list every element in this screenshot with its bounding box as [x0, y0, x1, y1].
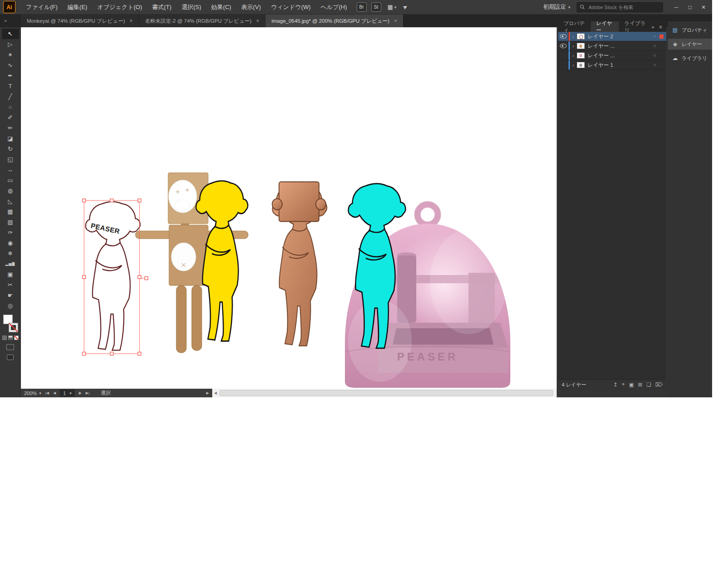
paintbrush-tool[interactable]: ✐: [2, 112, 19, 123]
magic-wand-tool[interactable]: ✶: [2, 50, 19, 60]
artboard-tool[interactable]: ▣: [2, 269, 19, 280]
collect-for-export-icon[interactable]: ↥: [613, 381, 618, 388]
slice-tool[interactable]: ✂: [2, 280, 19, 290]
layer-name[interactable]: レイヤー ...: [588, 52, 650, 59]
target-circle-icon[interactable]: ○: [650, 34, 659, 39]
symbol-sprayer-tool[interactable]: ✵: [2, 248, 19, 259]
type-tool[interactable]: T: [2, 81, 19, 91]
menu-window[interactable]: ウィンドウ(W): [266, 0, 315, 15]
copper-figure[interactable]: [272, 182, 327, 346]
layer-row-4[interactable]: › レイヤー 1 ○: [558, 60, 666, 70]
menu-edit[interactable]: 編集(E): [63, 0, 92, 15]
menu-select[interactable]: 選択(S): [176, 0, 206, 15]
color-button[interactable]: [2, 336, 7, 340]
first-artboard-button[interactable]: |◀: [45, 391, 49, 395]
artboard-canvas[interactable]: PEASER PEASER: [21, 27, 557, 389]
delete-layer-icon[interactable]: ⌦: [655, 381, 663, 388]
menu-help[interactable]: ヘルプ(H): [316, 0, 352, 15]
menu-file[interactable]: ファイル(F): [21, 0, 63, 15]
visibility-toggle[interactable]: [558, 41, 568, 50]
free-transform-tool[interactable]: ▭: [2, 175, 19, 185]
dock-item-libraries[interactable]: ☁ ライブラリ: [668, 53, 712, 64]
new-layer-icon[interactable]: ❏: [646, 381, 651, 388]
zoom-level-select[interactable]: 200% ▾: [24, 391, 41, 396]
menu-view[interactable]: 表示(V): [236, 0, 266, 15]
layer-name[interactable]: レイヤー ...: [588, 43, 650, 50]
column-graph-tool[interactable]: ▂▅▇: [2, 259, 19, 269]
width-tool[interactable]: ↔: [2, 165, 19, 175]
stroke-swatch[interactable]: [9, 323, 18, 332]
artboard-navigation-input[interactable]: 1 ▾: [60, 390, 75, 396]
tab-libraries[interactable]: ライブラリ: [619, 21, 652, 32]
layer-row-1[interactable]: › レイヤー 2 ○: [558, 32, 666, 41]
stock-button[interactable]: St: [371, 2, 381, 12]
document-tab-3-active[interactable]: image_0545.jpg* @ 200% (RGB/GPU プレビュー) ×: [265, 15, 403, 27]
selection-tool[interactable]: ↖: [2, 29, 19, 39]
draw-mode-button[interactable]: [6, 344, 14, 350]
dock-item-properties[interactable]: ▤ プロパティ: [668, 25, 712, 35]
close-icon[interactable]: ×: [130, 18, 133, 24]
pen-tool[interactable]: ✒: [2, 70, 19, 81]
tab-layers[interactable]: レイヤー: [591, 21, 619, 32]
scroll-left-icon[interactable]: ◀: [212, 391, 219, 395]
rotate-tool[interactable]: ↻: [2, 144, 19, 154]
yellow-figure[interactable]: [196, 181, 248, 341]
target-circle-icon[interactable]: ○: [650, 63, 659, 67]
pencil-tool[interactable]: ✏: [2, 123, 19, 133]
clipping-mask-icon[interactable]: ▣: [629, 381, 634, 388]
fill-swatch[interactable]: [3, 315, 13, 324]
minimize-button[interactable]: ─: [669, 0, 683, 15]
canvas-svg[interactable]: PEASER PEASER: [21, 27, 557, 389]
chevron-right-icon[interactable]: ›: [570, 34, 577, 39]
none-button[interactable]: [14, 336, 19, 340]
locate-object-icon[interactable]: ⌖: [622, 381, 624, 388]
panel-menu-icon[interactable]: ≡: [659, 24, 662, 30]
search-input[interactable]: [588, 4, 660, 10]
layer-name[interactable]: レイヤー 2: [588, 33, 650, 40]
menu-effect[interactable]: 効果(C): [206, 0, 236, 15]
close-icon[interactable]: ×: [256, 18, 259, 24]
perspective-grid-tool[interactable]: ◺: [2, 196, 19, 206]
dock-item-layers[interactable]: ◈ レイヤー: [668, 39, 712, 50]
menu-object[interactable]: オブジェクト(O): [92, 0, 147, 15]
status-expand-icon[interactable]: ▶: [206, 391, 209, 395]
next-artboard-button[interactable]: ▶: [79, 391, 81, 395]
mesh-tool[interactable]: ▦: [2, 206, 19, 217]
panel-expand-icon[interactable]: »: [651, 24, 654, 30]
chevron-right-icon[interactable]: ›: [570, 53, 577, 58]
last-artboard-button[interactable]: ▶|: [86, 391, 90, 395]
maximize-button[interactable]: □: [683, 0, 697, 15]
close-button[interactable]: ✕: [697, 0, 710, 15]
layer-row-2[interactable]: › レイヤー ... ○: [558, 41, 666, 51]
previous-artboard-button[interactable]: ◀: [53, 391, 56, 395]
target-circle-icon[interactable]: ○: [650, 44, 659, 48]
gradient-tool[interactable]: ▧: [2, 217, 19, 227]
eyedropper-tool[interactable]: ✑: [2, 227, 19, 238]
ellipse-tool[interactable]: ○: [2, 102, 19, 112]
hand-tool[interactable]: ☛: [2, 290, 19, 301]
close-icon[interactable]: ×: [394, 18, 397, 24]
target-circle-icon[interactable]: ○: [650, 53, 659, 58]
document-tab-2[interactable]: 名称未設定-2 @ 74% (RGB/GPU プレビュー) ×: [139, 15, 266, 27]
visibility-toggle[interactable]: [558, 32, 568, 41]
outline-figure-selected[interactable]: PEASER: [85, 202, 140, 351]
screen-mode-button[interactable]: [7, 355, 14, 360]
layer-name[interactable]: レイヤー 1: [588, 62, 650, 69]
lasso-tool[interactable]: ∿: [2, 60, 19, 70]
direct-selection-tool[interactable]: ▷: [2, 39, 19, 50]
scrollbar-thumb[interactable]: [219, 390, 553, 396]
tab-properties[interactable]: プロパティ: [558, 21, 591, 32]
chevron-right-icon[interactable]: ›: [570, 44, 577, 49]
new-sublayer-icon[interactable]: ⊞: [638, 381, 643, 388]
arrange-documents-button[interactable]: ▦ ▾: [388, 4, 397, 10]
blend-tool[interactable]: ◉: [2, 238, 19, 248]
menu-type[interactable]: 書式(T): [147, 0, 177, 15]
fill-stroke-swatches[interactable]: [3, 315, 18, 332]
share-icon[interactable]: ➤: [401, 3, 409, 11]
scale-tool[interactable]: ◱: [2, 154, 19, 165]
gradient-button[interactable]: [8, 336, 13, 340]
horizontal-scrollbar[interactable]: ◀: [212, 389, 557, 397]
workspace-switcher[interactable]: 初期設定 ▾: [543, 3, 570, 11]
toolbar-collapse-icon[interactable]: »: [0, 15, 21, 27]
visibility-toggle[interactable]: [558, 51, 568, 60]
